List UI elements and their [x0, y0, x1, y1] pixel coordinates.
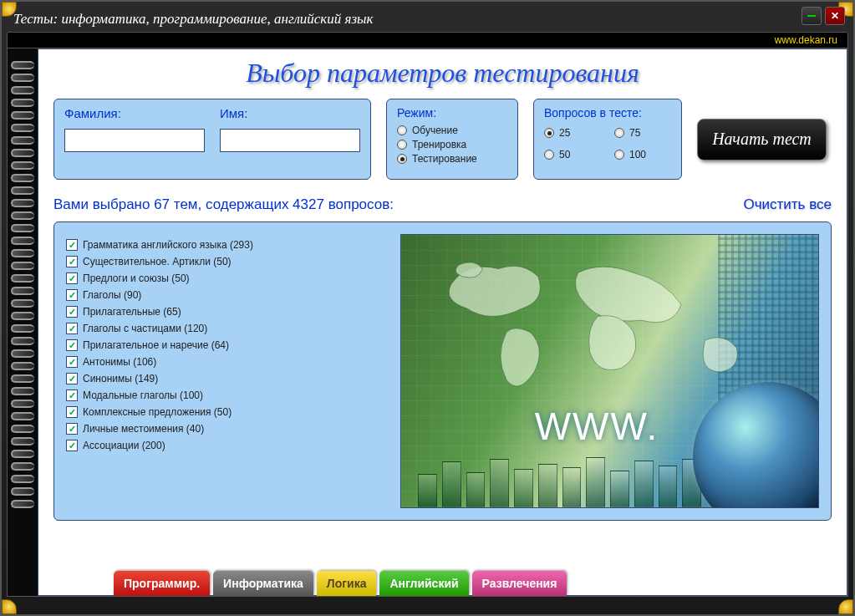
checkbox-icon: ✓: [66, 306, 78, 318]
question-count-option[interactable]: 100: [614, 149, 671, 160]
tab-red[interactable]: Программир.: [114, 571, 210, 596]
topic-row[interactable]: ✓Модальные глаголы (100): [66, 389, 392, 401]
checkbox-icon: ✓: [66, 339, 78, 351]
topics-list: ✓Грамматика английского языка (293)✓Суще…: [66, 234, 392, 508]
spiral-binding: [8, 48, 38, 596]
question-count-label: 25: [559, 127, 570, 139]
surname-input[interactable]: [64, 129, 205, 152]
checkbox-icon: ✓: [66, 406, 78, 418]
mode-option-label: Тестирование: [412, 153, 477, 165]
question-count-option[interactable]: 25: [544, 127, 601, 139]
illus-bars: [401, 457, 718, 507]
topic-label: Ассоциации (200): [83, 440, 165, 451]
topic-row[interactable]: ✓Антонимы (106): [66, 356, 392, 368]
book-area: Выбор параметров тестирования Фамилия: И…: [7, 48, 848, 597]
topics-panel: ✓Грамматика английского языка (293)✓Суще…: [53, 221, 832, 521]
question-count-label: 100: [629, 149, 646, 160]
mode-title: Режим:: [397, 106, 507, 120]
world-map-icon: [411, 245, 808, 404]
question-count-label: 50: [559, 149, 570, 160]
mode-option[interactable]: Тренировка: [397, 139, 507, 150]
category-tabs: Программир.ИнформатикаЛогикаАнглийскийРа…: [114, 571, 567, 596]
question-count-option[interactable]: 50: [544, 149, 601, 160]
tab-gray[interactable]: Информатика: [213, 571, 313, 596]
topic-label: Прилагательные (65): [83, 306, 181, 318]
topic-row[interactable]: ✓Глаголы (90): [66, 289, 392, 301]
page-title: Выбор параметров тестирования: [53, 58, 832, 89]
www-text: WWW.: [535, 404, 659, 449]
corner-ornament: [838, 599, 853, 614]
topic-label: Комплексные предложения (50): [83, 406, 232, 418]
topic-label: Предлоги и союзы (50): [83, 272, 190, 284]
checkbox-icon: ✓: [66, 256, 78, 267]
topic-row[interactable]: ✓Личные местоимения (40): [66, 423, 392, 435]
question-count-option[interactable]: 75: [614, 127, 671, 139]
radio-icon: [614, 128, 624, 138]
questions-title: Вопросов в тесте:: [544, 106, 671, 120]
checkbox-icon: ✓: [66, 356, 78, 368]
radio-icon: [397, 154, 407, 164]
topic-label: Прилагательное и наречие (64): [83, 339, 229, 351]
topic-row[interactable]: ✓Ассоциации (200): [66, 440, 392, 451]
checkbox-icon: ✓: [66, 440, 78, 451]
topic-label: Синонимы (149): [83, 373, 158, 384]
mode-option[interactable]: Обучение: [397, 125, 507, 136]
corner-ornament: [2, 599, 17, 614]
titlebar: Тесты: информатика, программирование, ан…: [7, 7, 848, 32]
surname-label: Фамилия:: [64, 106, 205, 120]
name-panel: Фамилия: Имя:: [53, 99, 371, 180]
illustration: WWW.: [400, 234, 819, 508]
topic-row[interactable]: ✓Комплексные предложения (50): [66, 406, 392, 418]
checkbox-icon: ✓: [66, 289, 78, 301]
checkbox-icon: ✓: [66, 373, 78, 384]
checkbox-icon: ✓: [66, 323, 78, 334]
topic-label: Личные местоимения (40): [83, 423, 204, 435]
radio-icon: [397, 125, 407, 135]
topic-row[interactable]: ✓Предлоги и союзы (50): [66, 272, 392, 284]
close-button[interactable]: [825, 7, 845, 25]
topic-row[interactable]: ✓Существительное. Артикли (50): [66, 256, 392, 267]
start-test-button[interactable]: Начать тест: [697, 119, 827, 160]
topic-row[interactable]: ✓Синонимы (149): [66, 373, 392, 384]
checkbox-icon: ✓: [66, 272, 78, 284]
topic-row[interactable]: ✓Грамматика английского языка (293): [66, 239, 392, 251]
window-title: Тесты: информатика, программирование, ан…: [13, 11, 374, 28]
radio-icon: [614, 150, 624, 160]
mode-option-label: Обучение: [412, 125, 458, 136]
questions-panel: Вопросов в тесте: 257550100: [533, 99, 682, 180]
topic-label: Глаголы с частицами (120): [83, 323, 207, 334]
mode-panel: Режим: ОбучениеТренировкаТестирование: [386, 99, 518, 180]
radio-icon: [544, 150, 554, 160]
window-controls: [802, 7, 845, 25]
status-row: Вами выбрано 67 тем, содержащих 4327 воп…: [53, 196, 832, 213]
tab-green[interactable]: Английский: [379, 571, 468, 596]
minimize-button[interactable]: [802, 7, 822, 25]
mode-option-label: Тренировка: [412, 139, 466, 150]
topic-row[interactable]: ✓Прилагательные (65): [66, 306, 392, 318]
radio-icon: [397, 140, 407, 150]
tab-yellow[interactable]: Логика: [317, 571, 377, 596]
name-label: Имя:: [220, 106, 360, 120]
radio-icon: [544, 128, 554, 138]
mode-option[interactable]: Тестирование: [397, 153, 507, 165]
start-test-label: Начать тест: [712, 130, 812, 149]
page: Выбор параметров тестирования Фамилия: И…: [38, 48, 847, 596]
tab-pink[interactable]: Развлечения: [472, 571, 567, 596]
question-count-label: 75: [629, 127, 640, 139]
params-row: Фамилия: Имя: Режим: ОбучениеТренировкаТ…: [53, 99, 832, 180]
checkbox-icon: ✓: [66, 423, 78, 435]
topic-label: Модальные глаголы (100): [83, 389, 203, 401]
topic-label: Существительное. Артикли (50): [83, 256, 232, 267]
topic-label: Грамматика английского языка (293): [83, 239, 253, 251]
topic-label: Антонимы (106): [83, 356, 156, 368]
site-url[interactable]: www.dekan.ru: [775, 34, 837, 46]
selection-status: Вами выбрано 67 тем, содержащих 4327 воп…: [53, 196, 394, 213]
topic-row[interactable]: ✓Прилагательное и наречие (64): [66, 339, 392, 351]
checkbox-icon: ✓: [66, 389, 78, 401]
window-frame: Тесты: информатика, программирование, ан…: [0, 0, 855, 616]
topic-label: Глаголы (90): [83, 289, 141, 301]
clear-all-link[interactable]: Очистить все: [743, 196, 832, 213]
topic-row[interactable]: ✓Глаголы с частицами (120): [66, 323, 392, 334]
name-input[interactable]: [220, 129, 360, 152]
checkbox-icon: ✓: [66, 239, 78, 251]
